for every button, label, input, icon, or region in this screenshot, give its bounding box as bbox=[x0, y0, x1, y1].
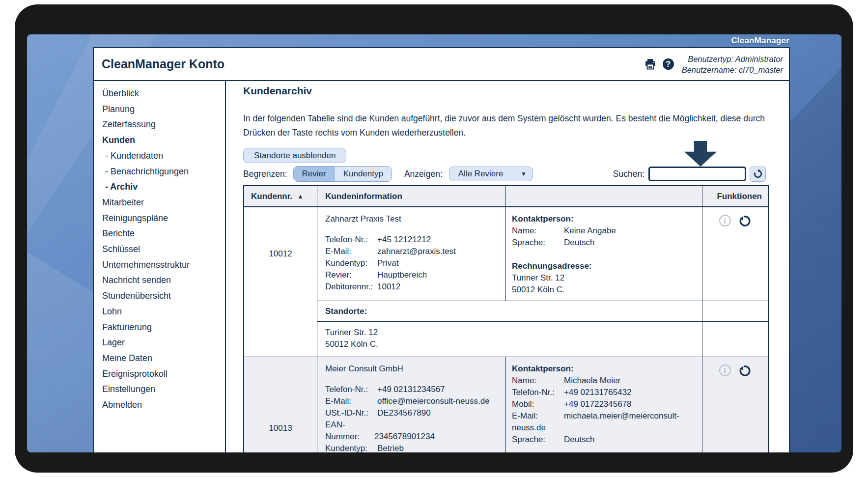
user-name: Benutzername: cl70_master bbox=[682, 64, 783, 75]
sidebar-item-lohn[interactable]: Lohn bbox=[102, 304, 224, 320]
sidebar-item-fakturierung[interactable]: Fakturierung bbox=[102, 320, 224, 336]
field-value: Deutsch bbox=[564, 435, 594, 444]
field-label: EAN-Nummer: bbox=[325, 419, 374, 443]
field-label: Name: bbox=[512, 225, 564, 237]
field-label: Name: bbox=[512, 375, 564, 387]
filter-bar: Begrenzen: Revier Kundentyp Anzeigen: Al… bbox=[243, 167, 766, 181]
app-window: CleanManager Konto ? bbox=[93, 47, 790, 452]
customer-archive-table: Kundennr. ▲ Kundeninformation Funktionen… bbox=[243, 185, 769, 452]
field-value: zahnarzt@praxis.test bbox=[377, 247, 456, 256]
field-value: Privat bbox=[377, 258, 398, 268]
sidebar-nav: Überblick Planung Zeiterfassung Kunden -… bbox=[94, 81, 224, 452]
customer-number: 10012 bbox=[269, 207, 292, 301]
field-value: Keine Angabe bbox=[564, 226, 616, 235]
sidebar-item-planung[interactable]: Planung bbox=[102, 102, 224, 117]
sidebar-item-archiv[interactable]: - Archiv bbox=[102, 179, 224, 195]
locations-toggle-button[interactable]: Standorte ausblenden bbox=[243, 148, 346, 163]
sidebar-item-ereignisprotokoll[interactable]: Ereignisprotokoll bbox=[102, 366, 224, 382]
sidebar-item-unternehmensstruktur[interactable]: Unternehmensstruktur bbox=[102, 257, 224, 273]
field-value: +49 02131765432 bbox=[564, 388, 632, 397]
billing-line: 50012 Köln C. bbox=[512, 284, 698, 296]
field-label: Mobil: bbox=[512, 398, 564, 410]
kundennr-header-label: Kundennr. bbox=[251, 192, 292, 201]
page-description: In der folgenden Tabelle sind die Kunden… bbox=[243, 112, 773, 140]
customer-info-cell: Meier Consult GmbH Telefon-Nr.:+49 02131… bbox=[317, 357, 506, 452]
main-content: Kundenarchiv In der folgenden Tabelle si… bbox=[226, 81, 789, 452]
sidebar-item-benachrichtigungen[interactable]: - Benachrichtigungen bbox=[102, 164, 224, 180]
table-row: 10013 Meier Consult GmbH Telefon-Nr.:+49… bbox=[244, 357, 768, 452]
sidebar-item-kunden[interactable]: Kunden bbox=[102, 133, 224, 148]
refresh-button[interactable] bbox=[750, 167, 766, 182]
customer-number-cell: 10013 bbox=[244, 357, 317, 452]
highlight-arrow-icon bbox=[684, 141, 717, 167]
customer-contact-cell: Kontaktperson: Name:Michaela Meier Telef… bbox=[506, 357, 702, 452]
field-value: +49 02131234567 bbox=[377, 385, 445, 394]
functions-cell: i bbox=[702, 357, 768, 452]
sidebar-item-reinigungsplaene[interactable]: Reinigungspläne bbox=[102, 211, 224, 226]
field-label: Telefon-Nr.: bbox=[325, 234, 377, 246]
screenshot-stage: CleanManager CleanManager Konto bbox=[0, 0, 868, 477]
sidebar-item-einstellungen[interactable]: Einstellungen bbox=[102, 382, 224, 397]
revier-dropdown[interactable]: Alle Reviere ▼ bbox=[449, 167, 533, 181]
customer-info-cell: Zahnarzt Praxis Test Telefon-Nr.:+45 121… bbox=[317, 207, 506, 301]
field-value: 10012 bbox=[377, 282, 400, 291]
field-label: Telefon-Nr.: bbox=[512, 387, 564, 398]
page-title: Kundenarchiv bbox=[243, 85, 312, 97]
limit-option-kundentyp[interactable]: Kundentyp bbox=[335, 167, 392, 181]
field-label: Kundentyp: bbox=[325, 257, 377, 269]
help-icon[interactable]: ? bbox=[663, 58, 674, 70]
print-icon[interactable] bbox=[644, 58, 656, 70]
field-label: Kundentyp: bbox=[325, 443, 377, 452]
info-icon[interactable]: i bbox=[719, 215, 731, 226]
sidebar-item-stundenuebersicht[interactable]: Stundenübersicht bbox=[102, 288, 224, 304]
search-input[interactable] bbox=[648, 167, 746, 181]
field-value: 2345678901234 bbox=[374, 432, 435, 441]
sidebar-item-berichte[interactable]: Berichte bbox=[102, 226, 224, 242]
location-line: 50012 Köln C. bbox=[325, 338, 698, 350]
window-header: CleanManager Konto ? bbox=[94, 48, 789, 81]
column-header-contact bbox=[506, 186, 702, 206]
field-label: E-Mail: bbox=[325, 246, 377, 257]
location-line: Turiner Str. 12 bbox=[325, 327, 698, 338]
sidebar-item-lager[interactable]: Lager bbox=[102, 335, 224, 351]
field-label: Debitorennr.: bbox=[325, 281, 377, 293]
field-label: USt.-ID-Nr.: bbox=[325, 407, 377, 419]
functions-cell-empty bbox=[702, 301, 768, 321]
limit-label: Begrenzen: bbox=[243, 169, 287, 179]
sidebar-item-abmelden[interactable]: Abmelden bbox=[102, 397, 224, 413]
field-label: E-Mail: bbox=[512, 410, 564, 422]
field-value: Deutsch bbox=[564, 238, 594, 247]
column-header-kundeninformation: Kundeninformation bbox=[317, 186, 506, 206]
locations-heading: Standorte: bbox=[317, 301, 702, 321]
user-info: Benutzertyp: Administrator Benutzername:… bbox=[682, 54, 783, 75]
info-icon[interactable]: i bbox=[719, 365, 731, 376]
desktop-brand-label: CleanManager bbox=[731, 36, 789, 46]
table-row: 10012 Zahnarzt Praxis Test Telefon-Nr.:+… bbox=[244, 207, 768, 357]
limit-option-revier[interactable]: Revier bbox=[294, 167, 335, 181]
field-value: Hauptbereich bbox=[377, 270, 427, 280]
restore-icon[interactable] bbox=[739, 365, 752, 377]
field-label: Revier: bbox=[325, 269, 377, 281]
billing-heading: Rechnungsadresse: bbox=[512, 260, 698, 272]
contact-heading: Kontaktperson: bbox=[512, 363, 698, 375]
column-header-kundennr[interactable]: Kundennr. ▲ bbox=[244, 186, 317, 206]
sidebar-item-mitarbeiter[interactable]: Mitarbeiter bbox=[102, 195, 224, 211]
billing-line: Turiner Str. 12 bbox=[512, 272, 698, 284]
sidebar-item-kundendaten[interactable]: - Kundendaten bbox=[102, 148, 224, 164]
field-value: Betrieb bbox=[377, 444, 404, 452]
sidebar-item-schluessel[interactable]: Schlüssel bbox=[102, 242, 224, 257]
location-address-cell: Turiner Str. 12 50012 Köln C. bbox=[317, 321, 702, 357]
chevron-down-icon: ▼ bbox=[521, 170, 527, 177]
sidebar-item-ueberblick[interactable]: Überblick bbox=[102, 86, 224, 102]
sidebar-item-nachricht-senden[interactable]: Nachricht senden bbox=[102, 273, 224, 288]
restore-icon[interactable] bbox=[739, 215, 752, 227]
functions-cell: i bbox=[702, 207, 768, 301]
sidebar-item-meine-daten[interactable]: Meine Daten bbox=[102, 351, 224, 366]
field-value: +45 12121212 bbox=[377, 235, 431, 244]
sort-asc-icon: ▲ bbox=[297, 193, 304, 200]
sidebar-item-zeiterfassung[interactable]: Zeiterfassung bbox=[102, 117, 224, 133]
desktop-background: CleanManager CleanManager Konto bbox=[27, 34, 841, 452]
field-value: DE234567890 bbox=[377, 408, 431, 418]
field-value: office@meierconsult-neuss.de bbox=[377, 396, 490, 406]
field-label: Sprache: bbox=[512, 434, 564, 446]
